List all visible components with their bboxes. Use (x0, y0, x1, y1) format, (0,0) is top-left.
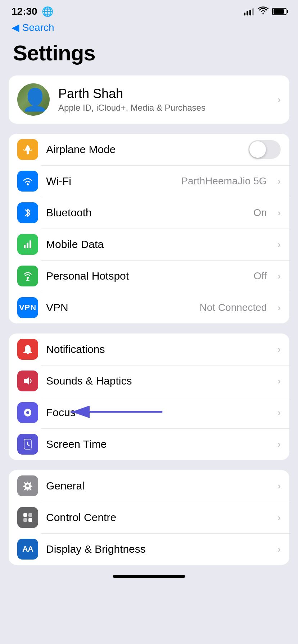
wifi-chevron: › (277, 176, 281, 187)
battery-icon (272, 8, 286, 15)
notifications-label: Notifications (46, 343, 270, 355)
profile-subtitle: Apple ID, iCloud+, Media & Purchases (58, 103, 269, 113)
display-brightness-label: Display & Brightness (46, 543, 270, 555)
screen-time-row[interactable]: Screen Time › (9, 428, 289, 460)
personal-hotspot-value: Off (253, 270, 267, 282)
general-label: General (46, 480, 270, 492)
wifi-icon (17, 171, 38, 192)
status-icons (244, 6, 286, 17)
mobile-data-row[interactable]: Mobile Data › (9, 229, 289, 260)
profile-card[interactable]: Parth Shah Apple ID, iCloud+, Media & Pu… (9, 75, 289, 124)
svg-rect-1 (24, 245, 26, 248)
back-label[interactable]: ◀ Search (12, 22, 54, 33)
sounds-haptics-chevron: › (277, 376, 281, 387)
general-section: General › Control Centre › AA Display & … (9, 470, 289, 565)
personal-hotspot-row[interactable]: Personal Hotspot Off › (9, 260, 289, 292)
control-centre-row[interactable]: Control Centre › (9, 502, 289, 533)
wifi-value: ParthHeemaJio 5G (181, 175, 267, 187)
focus-label: Focus (46, 406, 270, 419)
status-bar: 12:30 🌐 (0, 0, 298, 20)
focus-row[interactable]: Focus › (9, 397, 289, 428)
bluetooth-label: Bluetooth (46, 207, 245, 219)
home-indicator (113, 575, 185, 578)
vpn-row[interactable]: VPN VPN Not Connected › (9, 292, 289, 323)
sounds-haptics-icon (17, 371, 38, 391)
signal-icon (244, 8, 254, 15)
display-brightness-row[interactable]: AA Display & Brightness › (9, 533, 289, 565)
svg-point-10 (26, 484, 29, 487)
notifications-chevron: › (277, 344, 281, 355)
mobile-data-label: Mobile Data (46, 238, 270, 250)
wifi-row[interactable]: Wi-Fi ParthHeemaJio 5G › (9, 165, 289, 197)
sounds-haptics-row[interactable]: Sounds & Haptics › (9, 365, 289, 397)
screen-time-label: Screen Time (46, 438, 270, 450)
display-brightness-icon: AA (17, 539, 38, 560)
sounds-haptics-label: Sounds & Haptics (46, 375, 270, 387)
svg-rect-2 (27, 243, 28, 248)
bluetooth-chevron: › (277, 207, 281, 218)
svg-marker-5 (24, 377, 29, 385)
vpn-chevron: › (277, 302, 281, 313)
back-navigation[interactable]: ◀ Search (0, 20, 298, 38)
svg-rect-3 (30, 240, 31, 248)
page-title: Settings (0, 38, 298, 75)
status-time: 12:30 (12, 6, 37, 17)
svg-rect-12 (28, 513, 32, 517)
svg-rect-11 (23, 513, 27, 517)
vpn-value: Not Connected (200, 302, 267, 313)
vpn-icon: VPN (17, 297, 38, 318)
bluetooth-row[interactable]: Bluetooth On › (9, 197, 289, 229)
svg-rect-13 (23, 518, 27, 522)
globe-icon: 🌐 (42, 6, 53, 17)
svg-point-6 (26, 411, 29, 414)
airplane-mode-row[interactable]: Airplane Mode (9, 134, 289, 165)
display-brightness-chevron: › (277, 544, 281, 555)
svg-rect-14 (28, 518, 32, 522)
profile-name: Parth Shah (58, 86, 269, 101)
profile-chevron: › (277, 94, 281, 105)
notifications-icon (17, 339, 38, 360)
personal-hotspot-icon (17, 266, 38, 286)
wifi-label: Wi-Fi (46, 175, 173, 187)
focus-icon (17, 402, 38, 423)
screen-time-chevron: › (277, 439, 281, 450)
profile-info: Parth Shah Apple ID, iCloud+, Media & Pu… (58, 86, 269, 113)
personal-hotspot-chevron: › (277, 271, 281, 282)
profile-row[interactable]: Parth Shah Apple ID, iCloud+, Media & Pu… (9, 75, 289, 124)
focus-chevron: › (277, 407, 281, 418)
vpn-text-label: VPN (19, 303, 36, 312)
mobile-data-icon (17, 234, 38, 255)
screen-time-icon (17, 434, 38, 455)
control-centre-chevron: › (277, 512, 281, 523)
personal-hotspot-label: Personal Hotspot (46, 270, 245, 282)
airplane-mode-label: Airplane Mode (46, 143, 240, 156)
general-icon (17, 475, 38, 496)
notifications-section: Notifications › Sounds & Haptics › Focus (9, 334, 289, 460)
general-row[interactable]: General › (9, 470, 289, 502)
control-centre-label: Control Centre (46, 511, 270, 524)
svg-point-0 (27, 183, 29, 185)
notifications-row[interactable]: Notifications › (9, 334, 289, 365)
mobile-data-chevron: › (277, 239, 281, 250)
bluetooth-icon (17, 202, 38, 223)
wifi-status-icon (258, 6, 268, 17)
vpn-label: VPN (46, 302, 192, 314)
avatar (17, 83, 50, 116)
bluetooth-value: On (253, 207, 267, 218)
control-centre-icon (17, 507, 38, 528)
network-section: Airplane Mode Wi-Fi ParthHeemaJio 5G › B… (9, 134, 289, 323)
airplane-mode-toggle[interactable] (248, 140, 281, 159)
general-chevron: › (277, 480, 281, 492)
airplane-mode-icon (17, 139, 38, 160)
